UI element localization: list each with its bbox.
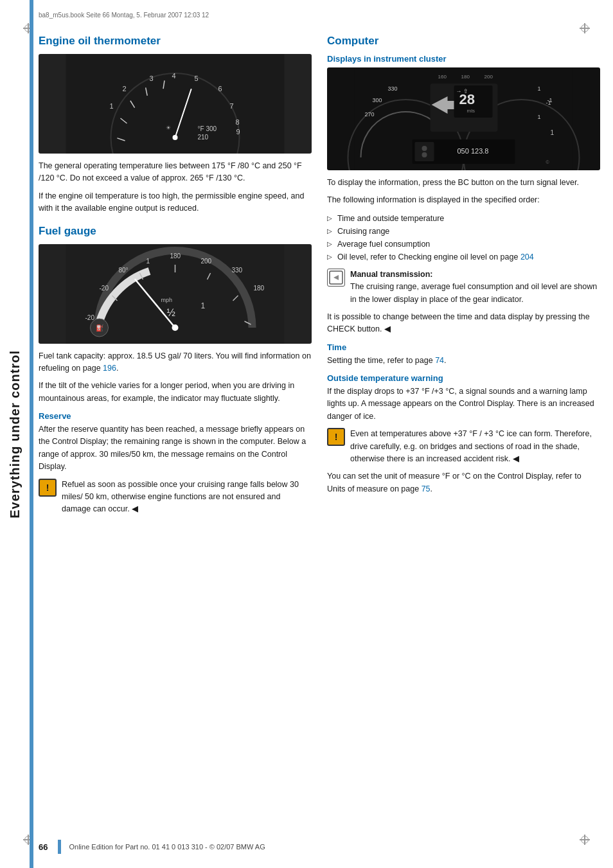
engine-oil-title: Engine oil thermometer [39, 35, 312, 48]
reserve-warning-icon: ! [39, 479, 57, 497]
svg-text:mph: mph [161, 297, 173, 303]
engine-oil-para2: If the engine oil temperature is too hig… [39, 190, 312, 215]
fuel-page-ref[interactable]: 196 [103, 364, 116, 373]
reserve-warning-text: Refuel as soon as possible once your cru… [62, 479, 312, 516]
svg-text:5: 5 [195, 75, 199, 82]
time-page-ref[interactable]: 74 [435, 356, 444, 365]
svg-point-62 [422, 146, 427, 151]
time-title: Time [327, 342, 600, 352]
svg-text:3: 3 [150, 75, 154, 82]
displays-title: Displays in instrument cluster [327, 54, 600, 64]
svg-rect-61 [415, 142, 434, 161]
svg-text:80°: 80° [119, 267, 129, 274]
outside-temp-warning-icon: ! [327, 428, 345, 446]
svg-text:2: 2 [123, 85, 127, 93]
svg-text:°F  300: °F 300 [198, 125, 217, 132]
svg-text:1: 1 [201, 301, 206, 310]
fuel-para2: If the tilt of the vehicle varies for a … [39, 380, 312, 405]
right-column: Computer Displays in instrument cluster … [327, 32, 600, 521]
svg-text:1: 1 [538, 85, 541, 92]
svg-text:200: 200 [201, 258, 212, 265]
svg-text:→ ⇧: → ⇧ [456, 88, 469, 94]
svg-point-19 [173, 135, 178, 140]
page-number: 66 [39, 842, 48, 852]
svg-text:⛽: ⛽ [96, 324, 104, 332]
svg-text:1: 1 [110, 102, 114, 110]
manual-transmission-text: Manual transmission: The cruising range,… [350, 269, 600, 306]
svg-text:7: 7 [230, 102, 234, 110]
svg-text:©: © [546, 160, 550, 164]
svg-text:270: 270 [365, 111, 375, 118]
svg-text:4: 4 [172, 72, 176, 80]
left-column: Engine oil thermometer [39, 32, 312, 521]
fuel-gauge-image: -20 -20 80° 1 180 200 330 180 mph ½ [39, 244, 312, 344]
computer-para2: The following information is displayed i… [327, 194, 600, 206]
svg-text:210: 210 [198, 134, 209, 141]
svg-text:8: 8 [236, 118, 240, 126]
svg-text:-20: -20 [85, 314, 95, 321]
outside-temp-warning-box: ! Even at temperatures above +37 °F / +3… [327, 428, 600, 465]
computer-title: Computer [327, 35, 600, 48]
engine-oil-gauge-image: 1 2 3 4 5 6 7 8 9 °F 300 210 ☀ [39, 54, 312, 154]
fuel-gauge-title: Fuel gauge [39, 225, 312, 238]
info-bullet-list: Time and outside temperature Cruising ra… [327, 212, 600, 263]
svg-text:1: 1 [147, 258, 150, 265]
svg-text:300: 300 [373, 97, 382, 103]
bullet-item-3: Average fuel consumption [327, 238, 600, 251]
svg-text:180: 180 [461, 74, 470, 80]
blue-accent-bar [30, 0, 33, 868]
bullet-item-4: Oil level, refer to Checking engine oil … [327, 251, 600, 263]
reserve-title: Reserve [39, 411, 312, 421]
manual-transmission-icon [327, 269, 345, 287]
outside-page-ref[interactable]: 75 [422, 484, 431, 493]
svg-text:-1: -1 [546, 100, 551, 106]
manual-transmission-box: Manual transmission: The cruising range,… [327, 269, 600, 306]
bullet-item-2: Cruising range [327, 225, 600, 238]
main-content: Engine oil thermometer [39, 32, 600, 829]
footer: 66 Online Edition for Part no. 01 41 0 0… [39, 840, 600, 854]
svg-text:mls: mls [467, 108, 475, 114]
svg-text:6: 6 [218, 85, 222, 93]
reserve-warning-box: ! Refuel as soon as possible once your c… [39, 479, 312, 516]
svg-text:200: 200 [484, 74, 493, 80]
svg-text:330: 330 [232, 267, 243, 274]
outside-temp-title: Outside temperature warning [327, 373, 600, 383]
svg-text:050  123.8: 050 123.8 [458, 147, 489, 155]
svg-text:1: 1 [538, 114, 541, 120]
svg-text:180: 180 [170, 252, 181, 260]
outside-temp-para1: If the display drops to +37 °F /+3 °C, a… [327, 385, 600, 423]
sidebar-label: Everything under control [0, 0, 30, 868]
svg-text:1: 1 [551, 129, 555, 136]
svg-marker-73 [333, 275, 339, 280]
manual-para2: It is possible to change between the tim… [327, 311, 600, 336]
svg-text:160: 160 [438, 74, 447, 80]
svg-text:330: 330 [388, 85, 398, 92]
outside-temp-warning-text: Even at temperatures above +37 °F / +3 °… [350, 428, 600, 465]
svg-point-42 [172, 324, 179, 331]
svg-text:½: ½ [167, 307, 175, 318]
svg-text:180: 180 [254, 285, 265, 292]
fuel-para1: Fuel tank capacity: approx. 18.5 US gal/… [39, 350, 312, 375]
footer-text: Online Edition for Part no. 01 41 0 013 … [69, 843, 265, 851]
time-para: Setting the time, refer to page 74. [327, 355, 600, 367]
bullet-item-1: Time and outside temperature [327, 212, 600, 225]
computer-para1: To display the information, press the BC… [327, 177, 600, 189]
footer-blue-bar [58, 840, 61, 854]
oil-page-ref[interactable]: 204 [520, 252, 534, 261]
svg-point-63 [422, 152, 427, 157]
reserve-para1: After the reserve quantity has been reac… [39, 423, 312, 474]
outside-temp-para2: You can set the unit of measure °F or °C… [327, 470, 600, 495]
file-bar: ba8_m5us.book Seite 66 Montag, 5. Februa… [39, 12, 209, 19]
svg-text:9: 9 [236, 128, 240, 136]
engine-oil-para1: The general operating temperature lies b… [39, 160, 312, 185]
svg-text:☀: ☀ [166, 125, 171, 131]
instrument-cluster-image: 270 300 330 1 -1 28 mls → ⇧ [327, 67, 600, 170]
svg-text:-20: -20 [100, 285, 109, 292]
